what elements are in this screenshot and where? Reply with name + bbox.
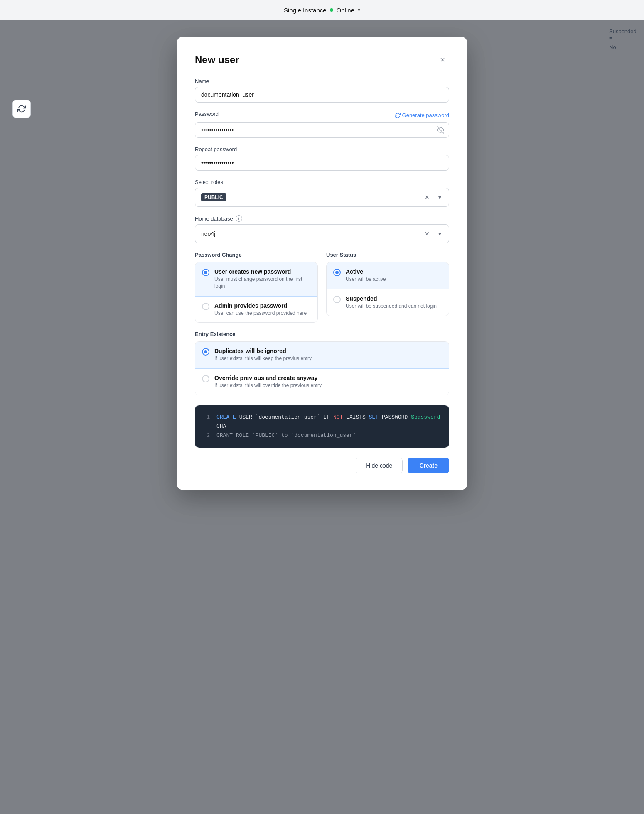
- password-input-wrap: [195, 122, 449, 138]
- expand-roles-button[interactable]: ▾: [437, 192, 443, 202]
- select-divider: [434, 194, 434, 201]
- user-creates-option[interactable]: User creates new password User must chan…: [195, 262, 317, 296]
- admin-provides-title: Admin provides password: [214, 302, 307, 309]
- code-content-1: CREATE USER `documentation_user` IF NOT …: [216, 413, 441, 431]
- right-panel: Suspended ≡ No: [602, 20, 644, 59]
- active-text: Active User will be active: [346, 268, 386, 283]
- user-status-section: User Status Active User will be active S…: [326, 252, 449, 323]
- password-label: Password: [195, 111, 219, 117]
- repeat-password-input[interactable]: [195, 155, 449, 171]
- entry-existence-radio-group: Duplicates will be ignored If user exist…: [195, 341, 449, 395]
- override-radio[interactable]: [202, 375, 209, 382]
- home-db-label: Home database i: [195, 215, 449, 222]
- repeat-password-field-group: Repeat password: [195, 146, 449, 171]
- duplicates-text: Duplicates will be ignored If user exist…: [214, 348, 312, 362]
- user-creates-text: User creates new password User must chan…: [214, 268, 311, 290]
- clear-home-db-button[interactable]: ✕: [423, 229, 431, 239]
- user-creates-title: User creates new password: [214, 268, 311, 275]
- line-num-2: 2: [203, 431, 210, 440]
- home-db-field-group: Home database i neo4j ✕ ▾: [195, 215, 449, 243]
- code-line-2: 2 GRANT ROLE `PUBLIC` to `documentation_…: [203, 431, 441, 440]
- online-indicator: [330, 8, 333, 12]
- override-desc: If user exists, this will override the p…: [214, 382, 322, 389]
- instance-label: Single Instance: [284, 7, 327, 14]
- modal-header: New user ×: [195, 53, 449, 66]
- user-status-radio-group: Active User will be active Suspended Use…: [326, 262, 449, 316]
- home-db-value: neo4j: [201, 230, 423, 237]
- suspended-radio[interactable]: [333, 296, 341, 303]
- active-radio[interactable]: [333, 269, 341, 276]
- admin-provides-desc: User can use the password provided here: [214, 310, 307, 317]
- top-bar: Single Instance Online ▾: [0, 0, 644, 20]
- home-db-divider: [434, 230, 434, 238]
- code-line-1: 1 CREATE USER `documentation_user` IF NO…: [203, 413, 441, 431]
- duplicates-option[interactable]: Duplicates will be ignored If user exist…: [195, 342, 449, 368]
- duplicates-title: Duplicates will be ignored: [214, 348, 312, 354]
- suspended-title: Suspended: [346, 295, 437, 302]
- clear-roles-button[interactable]: ✕: [423, 192, 431, 202]
- repeat-password-label: Repeat password: [195, 146, 449, 152]
- user-creates-desc: User must change password on the first l…: [214, 276, 311, 290]
- new-user-modal: New user × Name Password Generate passwo…: [177, 37, 467, 490]
- override-title: Override previous and create anyway: [214, 375, 322, 381]
- refresh-button[interactable]: [12, 100, 31, 118]
- toggle-password-button[interactable]: [437, 126, 444, 134]
- create-button[interactable]: Create: [408, 458, 449, 473]
- modal-title: New user: [195, 54, 239, 66]
- active-title: Active: [346, 268, 386, 275]
- password-header: Password Generate password: [195, 111, 449, 120]
- status-label: Online: [337, 7, 354, 14]
- modal-footer: Hide code Create: [195, 458, 449, 473]
- name-input[interactable]: [195, 87, 449, 103]
- code-block: 1 CREATE USER `documentation_user` IF NO…: [195, 405, 449, 448]
- close-button[interactable]: ×: [436, 53, 449, 66]
- password-change-title: Password Change: [195, 252, 318, 258]
- admin-provides-option[interactable]: Admin provides password User can use the…: [195, 296, 317, 323]
- select-actions: ✕ ▾: [423, 192, 443, 202]
- duplicates-desc: If user exists, this will keep the previ…: [214, 355, 312, 362]
- roles-tags: PUBLIC: [201, 193, 423, 201]
- home-db-actions: ✕ ▾: [423, 229, 443, 239]
- password-field-group: Password Generate password: [195, 111, 449, 138]
- duplicates-radio[interactable]: [202, 348, 209, 356]
- name-label: Name: [195, 78, 449, 84]
- roles-field-group: Select roles PUBLIC ✕ ▾: [195, 179, 449, 207]
- active-desc: User will be active: [346, 276, 386, 283]
- password-input[interactable]: [195, 122, 449, 138]
- expand-home-db-button[interactable]: ▾: [437, 229, 443, 239]
- chevron-down-icon[interactable]: ▾: [358, 7, 360, 13]
- suspended-text: Suspended User will be suspended and can…: [346, 295, 437, 310]
- home-db-info-icon[interactable]: i: [236, 215, 242, 222]
- override-option[interactable]: Override previous and create anyway If u…: [195, 368, 449, 395]
- admin-provides-text: Admin provides password User can use the…: [214, 302, 307, 317]
- suspended-option[interactable]: Suspended User will be suspended and can…: [327, 289, 449, 316]
- password-status-row: Password Change User creates new passwor…: [195, 252, 449, 323]
- user-creates-radio[interactable]: [202, 269, 209, 276]
- roles-label: Select roles: [195, 179, 449, 185]
- hide-code-button[interactable]: Hide code: [356, 458, 403, 473]
- generate-password-link[interactable]: Generate password: [395, 112, 449, 118]
- modal-backdrop: New user × Name Password Generate passwo…: [0, 0, 644, 814]
- home-db-select[interactable]: neo4j ✕ ▾: [195, 224, 449, 243]
- entry-existence-section: Entry Existence Duplicates will be ignor…: [195, 331, 449, 395]
- password-change-radio-group: User creates new password User must chan…: [195, 262, 318, 323]
- entry-existence-title: Entry Existence: [195, 331, 449, 337]
- suspended-desc: User will be suspended and can not login: [346, 303, 437, 310]
- public-tag: PUBLIC: [201, 193, 226, 201]
- code-content-2: GRANT ROLE `PUBLIC` to `documentation_us…: [216, 431, 356, 440]
- name-field-group: Name: [195, 78, 449, 103]
- password-change-section: Password Change User creates new passwor…: [195, 252, 318, 323]
- roles-select[interactable]: PUBLIC ✕ ▾: [195, 188, 449, 207]
- user-status-title: User Status: [326, 252, 449, 258]
- admin-provides-radio[interactable]: [202, 303, 209, 310]
- active-option[interactable]: Active User will be active: [327, 262, 449, 289]
- line-num-1: 1: [203, 413, 210, 431]
- override-text: Override previous and create anyway If u…: [214, 375, 322, 389]
